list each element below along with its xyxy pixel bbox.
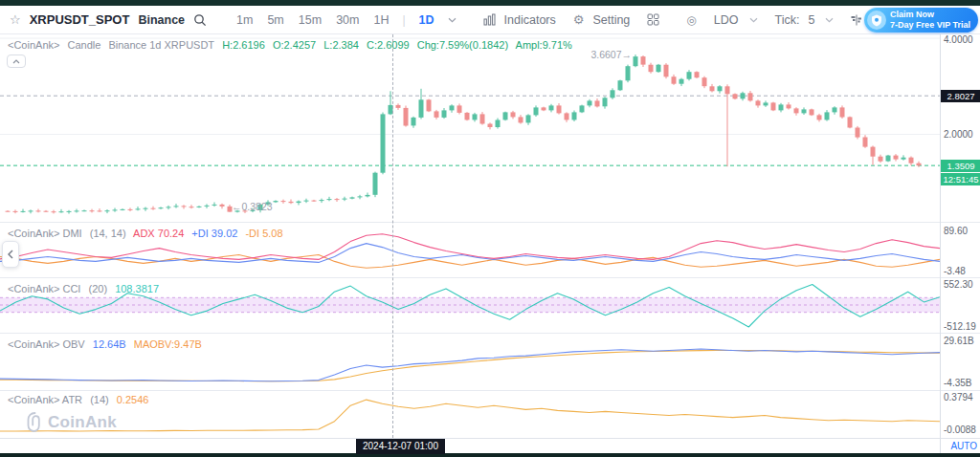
dmi-adx-value: ADX 70.24 bbox=[133, 228, 184, 239]
countdown-label: 12:51:45 bbox=[941, 173, 980, 185]
obv-axis-top: 29.61B bbox=[944, 336, 974, 346]
atr-params: (14) bbox=[90, 394, 109, 405]
dmi-plus-di-value: +DI 39.02 bbox=[191, 228, 237, 239]
search-icon[interactable] bbox=[193, 13, 207, 27]
dmi-panel[interactable]: <CoinAnk> DMI (14, 14) ADX 70.24 +DI 39.… bbox=[0, 222, 940, 277]
atr-scale[interactable]: 0.3794 -0.0088 bbox=[941, 390, 980, 438]
dmi-legend: <CoinAnk> DMI (14, 14) ADX 70.24 +DI 39.… bbox=[8, 228, 288, 239]
atr-panel[interactable]: <CoinAnk> ATR (14) 0.2546 bbox=[0, 390, 940, 438]
layout-grid-icon[interactable] bbox=[647, 13, 659, 26]
price-legend: <CoinAnk> Candle Binance 1d XRPUSDT H:2.… bbox=[8, 39, 577, 51]
legend-high: H:2.6196 bbox=[222, 39, 265, 51]
favorite-star-icon[interactable]: ☆ bbox=[10, 12, 21, 27]
time-scale-corner[interactable]: AUTO bbox=[941, 438, 980, 453]
obv-value: 12.64B bbox=[93, 338, 126, 350]
legend-low: L:2.384 bbox=[323, 39, 359, 51]
cci-value: 108.3817 bbox=[115, 283, 159, 294]
indicators-icon[interactable] bbox=[483, 13, 496, 26]
obv-ma-value: MAOBV:9.47B bbox=[134, 338, 202, 350]
obv-scale[interactable]: 29.61B -4.35B bbox=[941, 333, 980, 390]
plot-column: <CoinAnk> Candle Binance 1d XRPUSDT H:2.… bbox=[0, 34, 940, 453]
cci-legend: <CoinAnk> CCI (20) 108.3817 bbox=[8, 283, 164, 294]
atr-axis-top: 0.3794 bbox=[944, 392, 973, 403]
chevron-down-icon[interactable] bbox=[749, 17, 758, 23]
gear-icon[interactable]: ⚙ bbox=[573, 12, 585, 27]
obv-panel[interactable]: <CoinAnk> OBV 12.64B MAOBV:9.47B bbox=[0, 333, 940, 390]
obv-title: <CoinAnk> OBV bbox=[8, 338, 85, 350]
legend-market: Binance 1d XRPUSDT bbox=[108, 39, 214, 51]
crosshair-vertical-line bbox=[392, 34, 393, 438]
price-scale-column[interactable]: 4.0000 2.8027 2.0000 1.3509 12:51:45 89.… bbox=[940, 34, 980, 453]
dmi-axis-bottom: -3.48 bbox=[944, 266, 966, 276]
timeframe-1d-selected[interactable]: 1D bbox=[419, 13, 434, 27]
vip-claim-label: Claim Now bbox=[890, 10, 970, 20]
timeframe-separator: | bbox=[402, 13, 405, 27]
watermark-text: CoinAnk bbox=[48, 413, 117, 432]
price-panel[interactable]: <CoinAnk> Candle Binance 1d XRPUSDT H:2.… bbox=[0, 34, 940, 222]
dmi-axis-top: 89.60 bbox=[944, 226, 968, 236]
atr-axis-bottom: -0.0088 bbox=[944, 424, 976, 435]
crosshair-time-tooltip: 2024-12-07 01:00 bbox=[356, 439, 445, 454]
price-tick-mid: 2.0000 bbox=[944, 129, 973, 140]
indicators-button[interactable]: Indicators bbox=[504, 13, 556, 27]
dmi-scale[interactable]: 89.60 -3.48 bbox=[941, 222, 980, 277]
atr-value: 0.2546 bbox=[117, 394, 149, 405]
chevron-up-icon bbox=[12, 59, 20, 64]
legend-source: <CoinAnk> bbox=[8, 39, 59, 51]
cci-panel[interactable]: <CoinAnk> CCI (20) 108.3817 bbox=[0, 277, 940, 333]
cci-scale[interactable]: 552.30 -512.19 bbox=[941, 277, 980, 333]
chart-area: <CoinAnk> Candle Binance 1d XRPUSDT H:2.… bbox=[0, 34, 980, 453]
scroll-left-button[interactable] bbox=[2, 241, 19, 268]
timeframe-15m[interactable]: 15m bbox=[299, 13, 322, 27]
chevron-down-icon[interactable] bbox=[825, 17, 834, 23]
tick-label: Tick: bbox=[775, 13, 800, 27]
vip-trial-button[interactable]: Claim Now 7-Day Free VIP Trial bbox=[864, 8, 978, 33]
dmi-params: (14, 14) bbox=[90, 228, 126, 239]
legend-amplitude: Ampl:9.71% bbox=[516, 39, 572, 51]
legend-change: Chg:7.59%(0.1842) bbox=[417, 39, 508, 51]
dmi-title: <CoinAnk> DMI bbox=[8, 228, 82, 239]
toolbar: ☆ XRPUSDT_SPOT Binance 1m 5m 15m 30m 1H … bbox=[0, 6, 980, 34]
chevron-left-icon bbox=[8, 250, 13, 259]
cci-title: <CoinAnk> CCI bbox=[8, 283, 80, 294]
obv-legend: <CoinAnk> OBV 12.64B MAOBV:9.47B bbox=[8, 338, 207, 350]
timeframe-1h[interactable]: 1H bbox=[373, 13, 389, 27]
vip-trial-label: 7-Day Free VIP Trial bbox=[890, 20, 970, 31]
cci-axis-top: 552.30 bbox=[944, 279, 973, 290]
watermark: CoinAnk bbox=[27, 412, 117, 432]
cci-params: (20) bbox=[89, 283, 108, 294]
time-axis[interactable]: 2024-12-07 01:00 bbox=[0, 438, 940, 453]
vip-badge-icon bbox=[867, 11, 886, 30]
dmi-minus-di-value: -DI 5.08 bbox=[245, 228, 282, 239]
last-price-label: 1.3509 bbox=[941, 160, 980, 172]
ldo-dropdown[interactable]: LDO bbox=[714, 13, 739, 27]
exchange-label: Binance bbox=[138, 13, 185, 27]
tick-value[interactable]: 5 bbox=[808, 13, 814, 27]
auto-scale-button[interactable]: AUTO bbox=[950, 441, 977, 451]
ask-bid-cluster-icon bbox=[851, 14, 862, 26]
legend-collapse-button[interactable] bbox=[7, 54, 26, 68]
crosshair-price-label: 2.8027 bbox=[941, 90, 980, 102]
low-price-annotation: ←0.3823 bbox=[232, 201, 273, 212]
timeframe-5m[interactable]: 5m bbox=[267, 13, 283, 27]
legend-open: O:2.4257 bbox=[273, 39, 316, 51]
cci-axis-bottom: -512.19 bbox=[944, 321, 976, 332]
atr-legend: <CoinAnk> ATR (14) 0.2546 bbox=[8, 394, 153, 405]
legend-type: Candle bbox=[68, 39, 101, 51]
symbol-label[interactable]: XRPUSDT_SPOT bbox=[30, 12, 130, 27]
obv-axis-bottom: -4.35B bbox=[944, 378, 971, 388]
legend-close: C:2.6099 bbox=[367, 39, 410, 51]
coinank-chart-app: ☆ XRPUSDT_SPOT Binance 1m 5m 15m 30m 1H … bbox=[0, 0, 980, 457]
chevron-down-icon[interactable] bbox=[448, 17, 457, 23]
window-bottom-strip bbox=[0, 453, 980, 457]
price-chart-canvas[interactable] bbox=[0, 34, 940, 222]
timeframe-1m[interactable]: 1m bbox=[236, 13, 253, 27]
price-scale-main[interactable]: 4.0000 2.8027 2.0000 1.3509 12:51:45 bbox=[941, 34, 980, 222]
timeframe-30m[interactable]: 30m bbox=[336, 13, 359, 27]
setting-button[interactable]: Setting bbox=[592, 13, 630, 27]
coinank-logo-icon bbox=[27, 412, 43, 432]
atr-title: <CoinAnk> ATR bbox=[8, 394, 82, 405]
eye-icon[interactable]: ◎ bbox=[686, 13, 696, 27]
price-tick-top: 4.0000 bbox=[944, 34, 973, 45]
